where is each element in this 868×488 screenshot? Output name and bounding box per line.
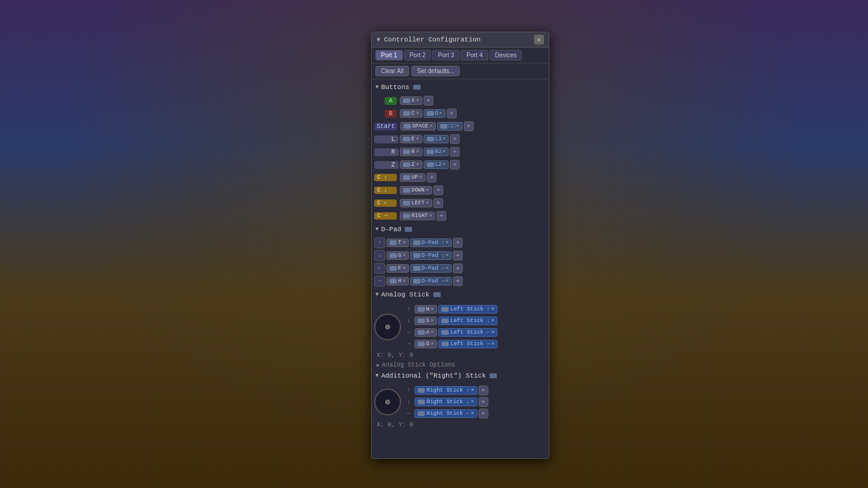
rstick-down-remove[interactable]: × bbox=[471, 399, 474, 405]
dpad-down-add[interactable]: + bbox=[453, 251, 463, 260]
b-key-chip[interactable]: C × bbox=[400, 109, 422, 118]
tab-port2[interactable]: Port 2 bbox=[404, 50, 432, 60]
cright-key-chip[interactable]: RIGHT × bbox=[400, 212, 435, 220]
dpad-up-ctrl-remove[interactable]: × bbox=[446, 240, 449, 246]
rstick-up-add[interactable]: + bbox=[479, 386, 488, 395]
dpad-left-ctrl-remove[interactable]: × bbox=[446, 265, 449, 271]
start-key-remove[interactable]: × bbox=[430, 123, 433, 129]
r-key-chip[interactable]: R × bbox=[400, 148, 422, 156]
dpad-right-remove[interactable]: × bbox=[402, 278, 405, 284]
analog-right-key-remove[interactable]: × bbox=[430, 341, 433, 347]
dpad-right-ctrl-remove[interactable]: × bbox=[446, 278, 449, 284]
a-key-chip[interactable]: X × bbox=[400, 96, 422, 105]
analog-section-header[interactable]: ▼ Analog Stick bbox=[372, 289, 549, 300]
rstick-left-add[interactable]: + bbox=[479, 409, 488, 418]
start-ctrl-chip[interactable]: □□ × bbox=[437, 122, 462, 131]
dpad-up-ctrl-chip[interactable]: D-Pad ↑ × bbox=[410, 239, 452, 247]
b-key-remove[interactable]: × bbox=[416, 110, 419, 117]
rstick-up-chip[interactable]: Right Stick ↑ × bbox=[414, 386, 477, 395]
l-key-chip[interactable]: E × bbox=[400, 135, 422, 143]
a-key-remove[interactable]: × bbox=[416, 98, 419, 104]
tab-devices[interactable]: Devices bbox=[490, 50, 523, 60]
cdown-key-remove[interactable]: × bbox=[426, 187, 429, 193]
dpad-section-header[interactable]: ▼ D-Pad bbox=[372, 224, 549, 235]
cup-key-chip[interactable]: UP × bbox=[400, 173, 425, 182]
analog-left-key-remove[interactable]: × bbox=[430, 329, 433, 336]
rstick-down-chip[interactable]: Right Stick ↓ × bbox=[414, 398, 477, 406]
dpad-right-add[interactable]: + bbox=[453, 276, 463, 286]
buttons-section-header[interactable]: ▼ Buttons bbox=[372, 82, 549, 93]
dpad-right-ctrl-chip[interactable]: D-Pad → × bbox=[410, 277, 452, 285]
cup-add-button[interactable]: + bbox=[427, 173, 436, 182]
cleft-add-button[interactable]: + bbox=[433, 198, 443, 208]
dpad-up-add[interactable]: + bbox=[453, 238, 463, 248]
z-ctrl-remove[interactable]: × bbox=[443, 162, 446, 168]
analog-down-key-remove[interactable]: × bbox=[430, 318, 433, 324]
rstick-up-remove[interactable]: × bbox=[471, 387, 474, 393]
dpad-left-ctrl-chip[interactable]: D-Pad ← × bbox=[410, 264, 452, 273]
analog-up-key-chip[interactable]: W × bbox=[414, 305, 437, 314]
b-add-button[interactable]: + bbox=[447, 109, 457, 118]
analog-left-stick-chip[interactable]: Left Stick ← × bbox=[438, 328, 497, 337]
z-key-remove[interactable]: × bbox=[416, 162, 419, 168]
cright-key-remove[interactable]: × bbox=[429, 213, 432, 219]
b-ctrl-chip[interactable]: O × bbox=[424, 109, 446, 118]
cleft-key-remove[interactable]: × bbox=[426, 200, 429, 206]
analog-up-key-remove[interactable]: × bbox=[430, 306, 433, 312]
start-key-chip[interactable]: SPACE × bbox=[400, 122, 436, 131]
analog-right-key-chip[interactable]: D × bbox=[414, 340, 437, 348]
analog-left-key-chip[interactable]: A × bbox=[414, 328, 437, 337]
dpad-down-key-chip[interactable]: G × bbox=[386, 251, 409, 260]
dpad-down-ctrl-chip[interactable]: D-Pad ↓ × bbox=[410, 251, 452, 260]
analog-up-stick-remove[interactable]: × bbox=[491, 306, 494, 312]
dpad-down-ctrl-remove[interactable]: × bbox=[446, 253, 449, 259]
l-ctrl-remove[interactable]: × bbox=[443, 136, 446, 142]
analog-down-stick-remove[interactable]: × bbox=[491, 318, 494, 324]
start-ctrl-remove[interactable]: × bbox=[456, 123, 459, 129]
analog-up-stick-chip[interactable]: Left Stick ↑ × bbox=[438, 305, 497, 314]
config-content[interactable]: ▼ Buttons A X × + B bbox=[372, 79, 549, 458]
l-add-button[interactable]: + bbox=[450, 134, 460, 144]
clear-all-button[interactable]: Clear All bbox=[375, 66, 409, 76]
r-add-button[interactable]: + bbox=[450, 147, 460, 157]
analog-right-stick-chip[interactable]: Left Stick → × bbox=[438, 340, 497, 348]
r-ctrl-remove[interactable]: × bbox=[443, 149, 446, 155]
tab-port4[interactable]: Port 4 bbox=[461, 50, 488, 60]
dpad-up-remove[interactable]: × bbox=[402, 240, 405, 246]
dpad-right-key-chip[interactable]: H × bbox=[386, 277, 409, 285]
analog-left-stick-remove[interactable]: × bbox=[491, 329, 494, 336]
tab-port3[interactable]: Port 3 bbox=[432, 50, 460, 60]
dpad-left-remove[interactable]: × bbox=[402, 265, 405, 271]
l-ctrl-chip[interactable]: L1 × bbox=[424, 135, 449, 143]
z-ctrl-chip[interactable]: L2 × bbox=[424, 160, 449, 169]
rstick-left-chip[interactable]: Right Stick ← × bbox=[414, 409, 477, 418]
b-ctrl-remove[interactable]: × bbox=[439, 110, 442, 117]
analog-down-key-chip[interactable]: S × bbox=[414, 317, 437, 325]
analog-options-header[interactable]: ▶ Analog Stick Options bbox=[372, 360, 549, 370]
right-stick-section-header[interactable]: ▼ Additional ("Right") Stick bbox=[372, 370, 549, 381]
table-row: C → RIGHT × + bbox=[374, 210, 546, 222]
a-add-button[interactable]: + bbox=[424, 96, 433, 106]
cleft-key-chip[interactable]: LEFT × bbox=[400, 199, 432, 207]
cup-key-remove[interactable]: × bbox=[419, 174, 422, 181]
cdown-add-button[interactable]: + bbox=[433, 185, 443, 195]
rstick-left-remove[interactable]: × bbox=[471, 411, 474, 417]
r-key-remove[interactable]: × bbox=[416, 149, 419, 155]
cdown-key-chip[interactable]: DOWN × bbox=[400, 186, 432, 195]
dpad-down-remove[interactable]: × bbox=[402, 253, 405, 259]
rstick-down-add[interactable]: + bbox=[479, 397, 488, 407]
z-key-chip[interactable]: Z × bbox=[400, 160, 422, 169]
analog-down-stick-chip[interactable]: Left Stick ↓ × bbox=[438, 317, 497, 325]
analog-right-stick-remove[interactable]: × bbox=[491, 341, 494, 347]
set-defaults-button[interactable]: Set defaults... bbox=[411, 66, 460, 76]
r-ctrl-chip[interactable]: R2 × bbox=[424, 148, 449, 156]
dpad-left-add[interactable]: + bbox=[453, 264, 463, 273]
dpad-left-key-chip[interactable]: F × bbox=[386, 264, 409, 273]
dpad-up-key-chip[interactable]: T × bbox=[386, 239, 409, 247]
tab-port1[interactable]: Port 1 bbox=[375, 50, 403, 60]
l-key-remove[interactable]: × bbox=[416, 136, 419, 142]
start-add-button[interactable]: + bbox=[464, 121, 474, 131]
cright-add-button[interactable]: + bbox=[436, 211, 446, 221]
close-button[interactable]: × bbox=[534, 35, 544, 45]
z-add-button[interactable]: + bbox=[450, 160, 460, 170]
